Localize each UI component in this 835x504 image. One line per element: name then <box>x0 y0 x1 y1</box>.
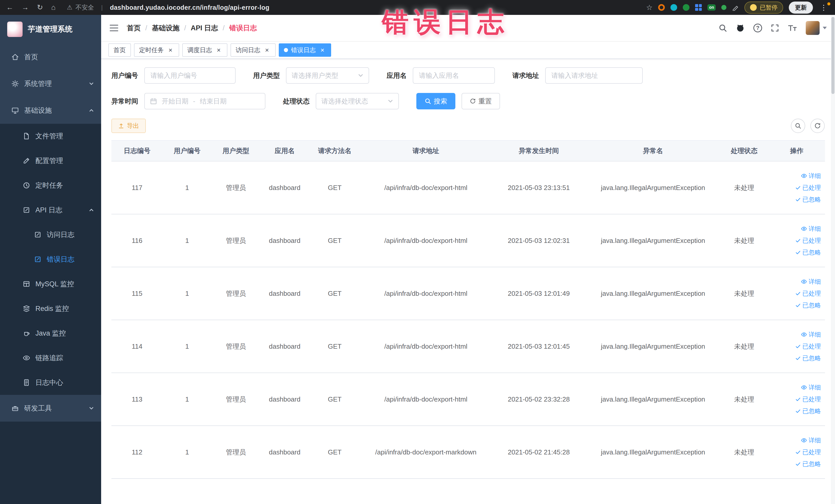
request-url-cell: /api/infra/db-doc/export-markdown <box>360 426 491 479</box>
sidebar-item-mysql-monitor[interactable]: MySQL 监控 <box>0 271 101 296</box>
breadcrumb-home[interactable]: 首页 <box>127 23 141 33</box>
app-name-input[interactable] <box>413 67 495 84</box>
mark-ignored-link[interactable]: 已忽略 <box>795 248 821 257</box>
sidebar-item-access-log[interactable]: 访问日志 <box>0 222 101 247</box>
browser-menu-icon[interactable]: ⋮ <box>819 3 829 12</box>
paused-badge[interactable]: 已暂停 <box>745 2 783 14</box>
method-cell: GET <box>309 214 360 267</box>
browser-forward-icon[interactable]: → <box>22 4 29 11</box>
detail-link-label: 详细 <box>809 330 821 339</box>
breadcrumb-infrastructure[interactable]: 基础设施 <box>152 23 180 33</box>
date-range-picker[interactable]: 开始日期 - 结束日期 <box>144 93 265 109</box>
mark-processed-link[interactable]: 已处理 <box>795 342 821 350</box>
detail-link[interactable]: 详细 <box>801 383 821 391</box>
screen: ← → ↻ ⌂ ⚠ 不安全 | dashboard.yudao.iocoder.… <box>0 0 835 504</box>
browser-update-button[interactable]: 更新 <box>789 2 813 14</box>
actions-cell: 详细 已处理 已忽略 <box>769 373 825 426</box>
start-date-placeholder: 开始日期 <box>162 97 188 106</box>
security-chip[interactable]: ⚠ 不安全 | dashboard.yudao.iocoder.cn/infra… <box>67 3 269 12</box>
sidebar-item-config-management[interactable]: 配置管理 <box>0 148 101 173</box>
sidebar-item-trace[interactable]: 链路追踪 <box>0 346 101 370</box>
export-button[interactable]: 导出 <box>111 119 146 133</box>
tab-access-log[interactable]: 访问日志 × <box>230 43 276 57</box>
extension-grid-icon[interactable] <box>695 4 702 11</box>
breadcrumb-api-logs[interactable]: API 日志 <box>191 23 218 33</box>
app-logo[interactable]: 芋道管理系统 <box>0 15 101 44</box>
browser-back-icon[interactable]: ← <box>6 4 13 11</box>
font-size-icon[interactable] <box>788 24 797 32</box>
filter-label: 请求地址 <box>512 71 539 80</box>
detail-link[interactable]: 详细 <box>801 172 821 180</box>
mark-processed-link[interactable]: 已处理 <box>795 395 821 403</box>
scrollbar-thumb[interactable] <box>831 17 834 94</box>
upload-icon <box>118 123 124 129</box>
sidebar-item-infrastructure[interactable]: 基础设施 <box>0 97 101 124</box>
bookmark-star-icon[interactable]: ☆ <box>646 3 652 12</box>
filter-label: 应用名 <box>387 71 407 80</box>
toggle-search-button[interactable] <box>791 119 805 133</box>
process-status-select[interactable]: 请选择处理状态 <box>316 93 399 109</box>
mark-ignored-label: 已忽略 <box>802 354 821 362</box>
sidebar-item-api-logs[interactable]: API 日志 <box>0 198 101 222</box>
sidebar-item-label: 文件管理 <box>36 132 63 141</box>
tab-close-icon[interactable]: × <box>215 46 222 54</box>
user-type-cell: 管理员 <box>211 161 260 214</box>
search-icon[interactable] <box>718 24 727 32</box>
tab-scheduled-tasks[interactable]: 定时任务 × <box>134 43 179 57</box>
sidebar-item-redis-monitor[interactable]: Redis 监控 <box>0 296 101 321</box>
sidebar-item-java-monitor[interactable]: Java 监控 <box>0 321 101 346</box>
browser-reload-icon[interactable]: ↻ <box>37 4 43 11</box>
request-url-input[interactable] <box>545 67 643 84</box>
github-icon[interactable] <box>736 24 745 32</box>
detail-link[interactable]: 详细 <box>801 225 821 233</box>
filter-label: 用户编号 <box>111 71 138 80</box>
address-bar-url[interactable]: dashboard.yudao.iocoder.cn/infra/log/api… <box>110 4 269 11</box>
sidebar-item-label: 系统管理 <box>24 79 52 88</box>
user-menu[interactable] <box>806 21 827 35</box>
hamburger-icon[interactable] <box>109 24 119 32</box>
mark-ignored-link[interactable]: 已忽略 <box>795 460 821 468</box>
mark-processed-link[interactable]: 已处理 <box>795 237 821 245</box>
sidebar-item-error-log[interactable]: 错误日志 <box>0 247 101 271</box>
infrastructure-icon <box>11 106 19 114</box>
tab-home[interactable]: 首页 <box>108 43 131 57</box>
tab-close-icon[interactable]: × <box>263 46 270 54</box>
mark-ignored-link[interactable]: 已忽略 <box>795 195 821 204</box>
sidebar-item-system-management[interactable]: 系统管理 <box>0 70 101 97</box>
sidebar-item-log-center[interactable]: 日志中心 <box>0 370 101 395</box>
sidebar-item-file-management[interactable]: 文件管理 <box>0 124 101 148</box>
help-icon[interactable]: ? <box>753 24 762 32</box>
mark-processed-link[interactable]: 已处理 <box>795 184 821 192</box>
mark-ignored-link[interactable]: 已忽略 <box>795 354 821 362</box>
detail-link[interactable]: 详细 <box>801 278 821 286</box>
sidebar-item-dev-tools[interactable]: 研发工具 <box>0 395 101 422</box>
status-cell: 未处理 <box>720 426 769 479</box>
reset-button[interactable]: 重置 <box>462 93 500 109</box>
mark-ignored-link[interactable]: 已忽略 <box>795 301 821 309</box>
mark-ignored-link[interactable]: 已忽略 <box>795 407 821 415</box>
detail-link-label: 详细 <box>809 225 821 233</box>
sidebar-item-home[interactable]: 首页 <box>0 44 101 70</box>
tab-close-icon[interactable]: × <box>167 46 174 54</box>
sidebar-item-scheduled-tasks[interactable]: 定时任务 <box>0 173 101 198</box>
extension-orange-icon[interactable] <box>658 4 665 11</box>
detail-link[interactable]: 详细 <box>801 330 821 339</box>
browser-home-icon[interactable]: ⌂ <box>51 4 56 11</box>
user-type-select[interactable]: 请选择用户类型 <box>286 67 369 84</box>
extension-teal-icon[interactable] <box>670 4 677 11</box>
extension-green-icon[interactable] <box>683 4 690 11</box>
extension-small-green-icon[interactable] <box>721 5 727 10</box>
mark-processed-link[interactable]: 已处理 <box>795 448 821 456</box>
search-button[interactable]: 搜索 <box>416 93 455 109</box>
method-cell: GET <box>309 426 360 479</box>
fullscreen-icon[interactable] <box>771 24 779 32</box>
extension-on-badge-icon[interactable]: on <box>708 4 716 11</box>
tab-error-log[interactable]: 错误日志 × <box>279 43 331 57</box>
detail-link[interactable]: 详细 <box>801 436 821 444</box>
tab-dispatch-log[interactable]: 调度日志 × <box>182 43 227 57</box>
tab-close-icon[interactable]: × <box>319 46 326 54</box>
user-id-input[interactable] <box>144 67 236 84</box>
refresh-table-button[interactable] <box>810 119 825 133</box>
extension-pen-icon[interactable] <box>732 4 739 11</box>
mark-processed-link[interactable]: 已处理 <box>795 289 821 298</box>
